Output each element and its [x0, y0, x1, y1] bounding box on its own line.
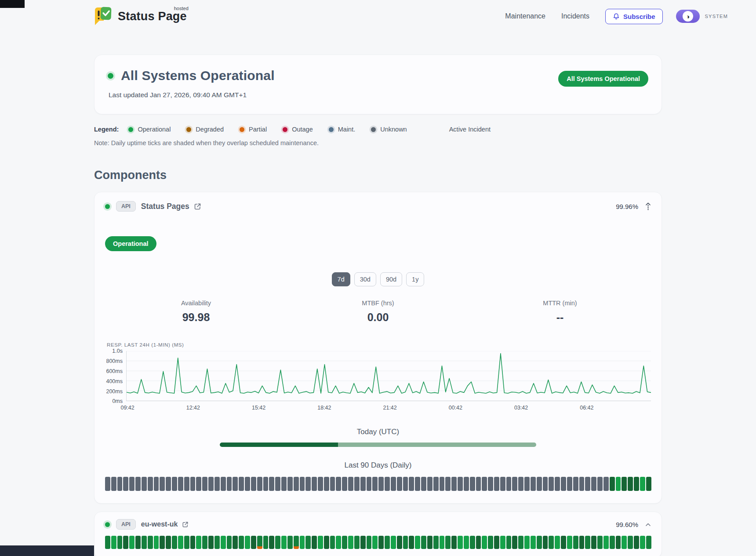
- uptime-tick: [367, 536, 372, 549]
- uptime-tick: [603, 536, 609, 549]
- bell-icon: [613, 13, 620, 20]
- uptime-tick: [561, 477, 566, 491]
- subscribe-button[interactable]: Subscribe: [605, 9, 663, 24]
- uptime-tick: [440, 536, 445, 549]
- uptime-tick: [342, 536, 347, 549]
- uptime-tick: [221, 477, 226, 491]
- uptime-tick: [123, 477, 128, 491]
- uptime-tick: [543, 536, 548, 549]
- uptime-tick: [281, 477, 287, 491]
- uptime-tick: [415, 536, 420, 549]
- uptime-tick: [227, 477, 232, 491]
- uptime-tick: [640, 477, 645, 491]
- uptime-tick: [372, 477, 378, 491]
- uptime-tick: [458, 477, 463, 491]
- uptime-tick: [324, 536, 329, 549]
- uptime-tick: [537, 477, 542, 491]
- today-utc-label: Today (UTC): [105, 428, 651, 436]
- uptime-tick: [105, 477, 110, 491]
- uptime-tick: [500, 536, 505, 549]
- uptime-tick: [160, 536, 165, 549]
- theme-toggle[interactable]: ◑: [676, 10, 700, 23]
- uptime-ticks-90d: [105, 536, 651, 549]
- uptime-tick: [579, 477, 585, 491]
- chevron-up-icon[interactable]: [645, 523, 651, 527]
- uptime-tick: [294, 477, 299, 491]
- uptime-tick: [397, 536, 402, 549]
- uptime-tick: [561, 536, 566, 549]
- uptime-tick: [154, 536, 159, 549]
- component-header[interactable]: API eu-west-uk 99.60%: [105, 519, 651, 530]
- overall-status-badge: All Systems Operational: [558, 71, 648, 87]
- logo[interactable]: Status Page hosted: [93, 7, 187, 26]
- range-button-30d[interactable]: 30d: [354, 272, 376, 286]
- external-link-icon[interactable]: [194, 203, 201, 210]
- uptime-tick: [135, 477, 141, 491]
- legend-status-dot: [283, 127, 287, 132]
- uptime-tick: [628, 536, 633, 549]
- legend: Legend: OperationalDegradedPartialOutage…: [94, 126, 662, 133]
- uptime-tick: [342, 477, 347, 491]
- range-button-7d[interactable]: 7d: [332, 272, 350, 286]
- component-header[interactable]: API Status Pages 99.96%: [105, 201, 651, 212]
- uptime-tick: [354, 477, 360, 491]
- last-updated-text: Last updated Jan 27, 2026, 09:40 AM GMT+…: [109, 91, 275, 99]
- legend-item: Partial: [240, 126, 267, 133]
- uptime-tick: [336, 536, 341, 549]
- uptime-tick: [221, 536, 226, 549]
- header: Status Page hosted Maintenance Incidents…: [0, 0, 756, 33]
- uptime-tick: [154, 477, 159, 491]
- uptime-tick: [500, 477, 505, 491]
- uptime-tick: [445, 536, 451, 549]
- logo-superscript: hosted: [174, 6, 189, 11]
- uptime-tick: [269, 477, 274, 491]
- uptime-tick: [117, 477, 123, 491]
- legend-item-label: Operational: [138, 126, 171, 133]
- component-status-pill: Operational: [105, 236, 156, 251]
- uptime-tick: [433, 477, 439, 491]
- component-name[interactable]: Status Pages: [141, 202, 189, 211]
- collapse-arrow-icon[interactable]: [645, 202, 651, 211]
- uptime-tick: [318, 536, 323, 549]
- uptime-tick: [208, 536, 214, 549]
- uptime-tick: [367, 477, 372, 491]
- uptime-tick: [646, 477, 651, 491]
- chart-y-tick-label: 600ms: [106, 368, 123, 374]
- uptime-tick: [646, 536, 651, 549]
- nav-incidents[interactable]: Incidents: [561, 12, 589, 20]
- uptime-tick: [233, 536, 238, 549]
- component-name[interactable]: eu-west-uk: [141, 520, 178, 528]
- uptime-tick: [360, 477, 366, 491]
- uptime-tick: [330, 536, 335, 549]
- chart-y-tick-label: 1.0s: [112, 348, 123, 354]
- uptime-tick: [415, 477, 420, 491]
- stat-mttr-value: --: [469, 311, 651, 324]
- uptime-tick: [245, 477, 250, 491]
- uptime-tick: [591, 536, 596, 549]
- uptime-tick: [275, 536, 280, 549]
- uptime-tick: [348, 477, 353, 491]
- uptime-tick: [166, 477, 171, 491]
- uptime-tick: [488, 477, 493, 491]
- uptime-tick: [135, 536, 141, 549]
- range-button-1y[interactable]: 1y: [406, 272, 424, 286]
- uptime-tick: [573, 536, 578, 549]
- legend-active-incident: Active Incident: [449, 126, 491, 133]
- uptime-tick: [129, 536, 134, 549]
- range-button-90d[interactable]: 90d: [380, 272, 402, 286]
- uptime-tick: [476, 536, 481, 549]
- uptime-tick: [409, 477, 414, 491]
- uptime-tick: [184, 536, 189, 549]
- uptime-tick: [148, 477, 153, 491]
- uptime-tick: [214, 477, 220, 491]
- uptime-tick: [275, 477, 280, 491]
- uptime-tick: [421, 477, 426, 491]
- uptime-tick: [160, 477, 165, 491]
- uptime-tick: [421, 536, 426, 549]
- chart-x-tick-label: 06:42: [580, 405, 593, 411]
- nav-maintenance[interactable]: Maintenance: [505, 12, 545, 20]
- uptime-tick: [245, 536, 250, 549]
- uptime-tick: [518, 536, 523, 549]
- uptime-tick: [263, 477, 269, 491]
- external-link-icon[interactable]: [182, 521, 189, 528]
